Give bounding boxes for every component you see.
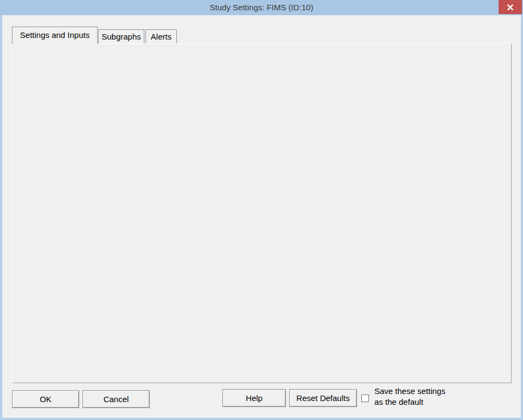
tab-panel <box>12 43 512 383</box>
window-border-right <box>521 15 523 420</box>
window-title: Study Settings: FIMS (ID:10) <box>0 0 523 15</box>
close-button[interactable] <box>499 0 522 14</box>
checkbox-icon[interactable] <box>361 395 369 402</box>
study-settings-dialog: Study Settings: FIMS (ID:10) Settings an… <box>0 0 523 420</box>
window-border-bottom <box>0 418 523 420</box>
ok-button[interactable]: OK <box>12 390 79 408</box>
tab-settings-and-inputs[interactable]: Settings and Inputs <box>12 27 98 44</box>
save-as-default-label: Save these settings as the default <box>374 386 445 408</box>
tab-subgraphs[interactable]: Subgraphs <box>98 29 144 44</box>
help-button[interactable]: Help <box>222 389 286 407</box>
cancel-button[interactable]: Cancel <box>82 390 150 408</box>
tab-alerts[interactable]: Alerts <box>145 29 177 44</box>
close-icon <box>507 4 514 11</box>
titlebar[interactable]: Study Settings: FIMS (ID:10) <box>0 0 523 15</box>
window-border-left <box>0 15 2 420</box>
reset-defaults-button[interactable]: Reset Defaults <box>289 389 357 407</box>
